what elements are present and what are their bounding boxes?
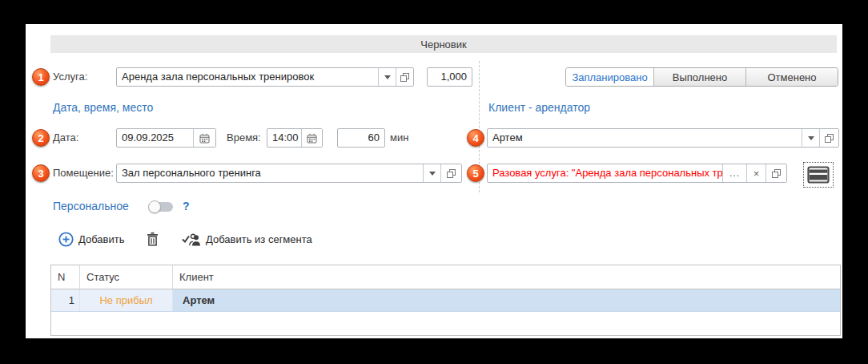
personal-label: Персональное <box>53 200 129 212</box>
service-input[interactable]: Аренда зала персональных тренировок <box>117 68 378 86</box>
date-label: Дата: <box>53 128 78 148</box>
trash-icon <box>147 232 159 246</box>
annotation-badge-3: 3 <box>32 164 50 182</box>
service-field: Аренда зала персональных тренировок <box>116 67 414 87</box>
annotation-badge-5: 5 <box>467 164 484 182</box>
table-header: N Статус Клиент <box>51 265 840 289</box>
column-header-status[interactable]: Статус <box>80 265 173 289</box>
draft-status-label: Черновик <box>420 38 466 51</box>
open-picker-icon <box>772 169 781 178</box>
section-heading-client: Клиент - арендатор <box>488 101 590 114</box>
one-time-service-field: Разовая услуга: "Аренда зала персональны… <box>487 164 787 183</box>
chevron-down-icon <box>808 136 814 140</box>
row-client-cell[interactable]: Артем <box>173 289 840 311</box>
calendar-icon <box>199 133 210 144</box>
clear-icon: × <box>753 168 760 179</box>
time-label: Время: <box>227 128 261 148</box>
quantity-field: 1,000 <box>427 67 472 87</box>
chevron-down-icon <box>429 172 436 176</box>
time-calendar-button[interactable] <box>301 129 322 147</box>
one-time-service-clear-button[interactable]: × <box>746 164 766 182</box>
quantity-input[interactable]: 1,000 <box>428 68 472 86</box>
calendar-icon <box>307 133 317 144</box>
booking-form-panel: Черновик 1 Услуга: Аренда зала персональ… <box>26 24 842 338</box>
annotation-badge-2: 2 <box>32 129 50 147</box>
payment-card-button[interactable] <box>803 162 834 188</box>
open-picker-icon <box>447 169 456 178</box>
draft-status-bar: Черновик <box>50 35 837 53</box>
one-time-service-open-button[interactable] <box>766 164 786 182</box>
date-field: 09.09.2025 <box>116 128 216 148</box>
ellipsis-icon: ... <box>729 169 740 177</box>
personal-help-button[interactable]: ? <box>183 200 190 212</box>
chevron-down-icon <box>384 75 391 79</box>
client-input[interactable]: Артем <box>488 129 802 147</box>
duration-field: 60 <box>337 128 385 148</box>
section-heading-datetime: Дата, время, место <box>53 101 153 114</box>
time-input[interactable]: 14:00 <box>267 129 301 147</box>
segment-people-check-icon <box>182 233 201 246</box>
duration-input[interactable]: 60 <box>338 129 384 147</box>
room-label: Помещение: <box>53 164 114 183</box>
open-picker-icon <box>400 73 409 82</box>
payment-card-icon <box>807 166 830 184</box>
date-calendar-button[interactable] <box>193 129 215 147</box>
add-from-segment-label: Добавить из сегмента <box>206 233 312 245</box>
add-button-label: Добавить <box>78 233 124 245</box>
room-dropdown-button[interactable] <box>423 164 440 182</box>
status-completed-button[interactable]: Выполнено <box>653 68 745 86</box>
clients-table: N Статус Клиент 1 Не прибыл Артем <box>50 265 841 336</box>
annotation-badge-1: 1 <box>32 68 50 86</box>
column-header-client[interactable]: Клиент <box>173 265 840 289</box>
room-field: Зал персонального тренинга <box>116 164 462 183</box>
table-row[interactable]: 1 Не прибыл Артем <box>51 289 840 312</box>
annotation-badge-4: 4 <box>467 129 484 147</box>
room-input[interactable]: Зал персонального тренинга <box>117 164 423 182</box>
add-from-segment-button[interactable]: Добавить из сегмента <box>182 229 312 249</box>
delete-button[interactable] <box>147 229 159 249</box>
column-header-n[interactable]: N <box>51 265 80 289</box>
status-cancelled-button[interactable]: Отменено <box>745 68 838 86</box>
time-field: 14:00 <box>267 128 323 148</box>
service-dropdown-button[interactable] <box>378 68 396 86</box>
toggle-knob <box>148 200 161 213</box>
open-picker-icon <box>825 134 834 143</box>
service-label: Услуга: <box>53 67 87 87</box>
personal-toggle[interactable] <box>148 200 174 213</box>
one-time-service-ellipsis-button[interactable]: ... <box>722 164 746 182</box>
add-button[interactable]: Добавить <box>58 229 124 249</box>
status-planned-button[interactable]: Запланировано <box>566 68 653 86</box>
client-open-button[interactable] <box>819 129 838 147</box>
plus-circle-icon <box>58 232 74 247</box>
client-dropdown-button[interactable] <box>802 129 819 147</box>
row-number-cell[interactable]: 1 <box>51 289 80 311</box>
room-open-button[interactable] <box>440 164 461 182</box>
date-input[interactable]: 09.09.2025 <box>117 129 193 147</box>
client-field: Артем <box>487 128 839 148</box>
row-status-cell[interactable]: Не прибыл <box>80 289 173 311</box>
status-button-group: Запланировано Выполнено Отменено <box>565 67 838 87</box>
one-time-service-input[interactable]: Разовая услуга: "Аренда зала персональны… <box>488 164 722 182</box>
duration-unit-label: мин <box>390 128 408 148</box>
service-open-button[interactable] <box>396 68 413 86</box>
